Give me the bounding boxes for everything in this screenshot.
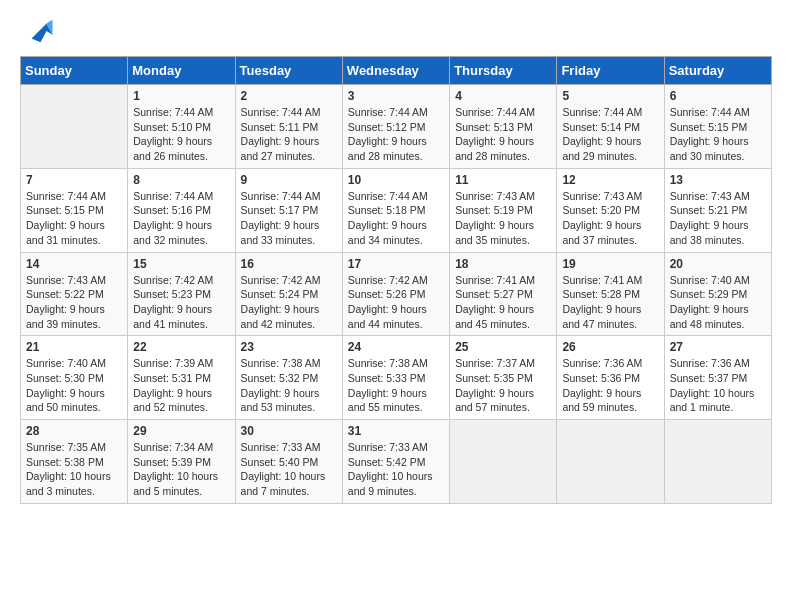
sunrise-text: Sunrise: 7:44 AM — [348, 190, 428, 202]
day-number: 25 — [455, 340, 551, 354]
sunset-text: Sunset: 5:21 PM — [670, 204, 748, 216]
week-row-2: 7Sunrise: 7:44 AMSunset: 5:15 PMDaylight… — [21, 168, 772, 252]
sunset-text: Sunset: 5:29 PM — [670, 288, 748, 300]
calendar-cell: 10Sunrise: 7:44 AMSunset: 5:18 PMDayligh… — [342, 168, 449, 252]
sunset-text: Sunset: 5:22 PM — [26, 288, 104, 300]
cell-content: Sunrise: 7:44 AMSunset: 5:15 PMDaylight:… — [26, 189, 122, 248]
daylight-text: Daylight: 10 hours and 1 minute. — [670, 387, 755, 414]
sunset-text: Sunset: 5:12 PM — [348, 121, 426, 133]
cell-content: Sunrise: 7:39 AMSunset: 5:31 PMDaylight:… — [133, 356, 229, 415]
cell-content: Sunrise: 7:41 AMSunset: 5:27 PMDaylight:… — [455, 273, 551, 332]
day-number: 14 — [26, 257, 122, 271]
calendar-cell: 30Sunrise: 7:33 AMSunset: 5:40 PMDayligh… — [235, 420, 342, 504]
daylight-text: Daylight: 9 hours and 28 minutes. — [348, 135, 427, 162]
calendar-cell: 20Sunrise: 7:40 AMSunset: 5:29 PMDayligh… — [664, 252, 771, 336]
day-number: 26 — [562, 340, 658, 354]
cell-content: Sunrise: 7:42 AMSunset: 5:26 PMDaylight:… — [348, 273, 444, 332]
daylight-text: Daylight: 9 hours and 42 minutes. — [241, 303, 320, 330]
cell-content: Sunrise: 7:40 AMSunset: 5:29 PMDaylight:… — [670, 273, 766, 332]
daylight-text: Daylight: 9 hours and 53 minutes. — [241, 387, 320, 414]
daylight-text: Daylight: 10 hours and 5 minutes. — [133, 470, 218, 497]
cell-content: Sunrise: 7:43 AMSunset: 5:20 PMDaylight:… — [562, 189, 658, 248]
day-number: 16 — [241, 257, 337, 271]
daylight-text: Daylight: 9 hours and 50 minutes. — [26, 387, 105, 414]
sunrise-text: Sunrise: 7:44 AM — [348, 106, 428, 118]
calendar-cell: 28Sunrise: 7:35 AMSunset: 5:38 PMDayligh… — [21, 420, 128, 504]
sunset-text: Sunset: 5:27 PM — [455, 288, 533, 300]
day-number: 8 — [133, 173, 229, 187]
day-number: 29 — [133, 424, 229, 438]
calendar-cell: 3Sunrise: 7:44 AMSunset: 5:12 PMDaylight… — [342, 85, 449, 169]
daylight-text: Daylight: 10 hours and 3 minutes. — [26, 470, 111, 497]
sunrise-text: Sunrise: 7:42 AM — [133, 274, 213, 286]
sunrise-text: Sunrise: 7:40 AM — [26, 357, 106, 369]
cell-content: Sunrise: 7:38 AMSunset: 5:32 PMDaylight:… — [241, 356, 337, 415]
cell-content: Sunrise: 7:44 AMSunset: 5:10 PMDaylight:… — [133, 105, 229, 164]
calendar-cell: 6Sunrise: 7:44 AMSunset: 5:15 PMDaylight… — [664, 85, 771, 169]
day-header-friday: Friday — [557, 57, 664, 85]
daylight-text: Daylight: 9 hours and 45 minutes. — [455, 303, 534, 330]
calendar-cell: 12Sunrise: 7:43 AMSunset: 5:20 PMDayligh… — [557, 168, 664, 252]
sunrise-text: Sunrise: 7:44 AM — [455, 106, 535, 118]
sunset-text: Sunset: 5:36 PM — [562, 372, 640, 384]
day-number: 9 — [241, 173, 337, 187]
daylight-text: Daylight: 10 hours and 7 minutes. — [241, 470, 326, 497]
sunset-text: Sunset: 5:14 PM — [562, 121, 640, 133]
calendar-cell: 21Sunrise: 7:40 AMSunset: 5:30 PMDayligh… — [21, 336, 128, 420]
cell-content: Sunrise: 7:33 AMSunset: 5:40 PMDaylight:… — [241, 440, 337, 499]
calendar-cell: 22Sunrise: 7:39 AMSunset: 5:31 PMDayligh… — [128, 336, 235, 420]
daylight-text: Daylight: 9 hours and 38 minutes. — [670, 219, 749, 246]
daylight-text: Daylight: 10 hours and 9 minutes. — [348, 470, 433, 497]
cell-content: Sunrise: 7:36 AMSunset: 5:36 PMDaylight:… — [562, 356, 658, 415]
calendar-cell: 25Sunrise: 7:37 AMSunset: 5:35 PMDayligh… — [450, 336, 557, 420]
day-number: 19 — [562, 257, 658, 271]
day-number: 12 — [562, 173, 658, 187]
sunset-text: Sunset: 5:39 PM — [133, 456, 211, 468]
sunrise-text: Sunrise: 7:38 AM — [241, 357, 321, 369]
calendar-cell: 27Sunrise: 7:36 AMSunset: 5:37 PMDayligh… — [664, 336, 771, 420]
day-number: 20 — [670, 257, 766, 271]
cell-content: Sunrise: 7:34 AMSunset: 5:39 PMDaylight:… — [133, 440, 229, 499]
week-row-1: 1Sunrise: 7:44 AMSunset: 5:10 PMDaylight… — [21, 85, 772, 169]
calendar-cell: 1Sunrise: 7:44 AMSunset: 5:10 PMDaylight… — [128, 85, 235, 169]
day-number: 22 — [133, 340, 229, 354]
sunrise-text: Sunrise: 7:44 AM — [241, 190, 321, 202]
daylight-text: Daylight: 9 hours and 28 minutes. — [455, 135, 534, 162]
day-header-thursday: Thursday — [450, 57, 557, 85]
daylight-text: Daylight: 9 hours and 57 minutes. — [455, 387, 534, 414]
sunrise-text: Sunrise: 7:41 AM — [562, 274, 642, 286]
calendar-body: 1Sunrise: 7:44 AMSunset: 5:10 PMDaylight… — [21, 85, 772, 504]
cell-content: Sunrise: 7:43 AMSunset: 5:22 PMDaylight:… — [26, 273, 122, 332]
sunrise-text: Sunrise: 7:44 AM — [670, 106, 750, 118]
day-number: 30 — [241, 424, 337, 438]
calendar-cell: 4Sunrise: 7:44 AMSunset: 5:13 PMDaylight… — [450, 85, 557, 169]
day-number: 4 — [455, 89, 551, 103]
cell-content: Sunrise: 7:44 AMSunset: 5:11 PMDaylight:… — [241, 105, 337, 164]
sunrise-text: Sunrise: 7:42 AM — [241, 274, 321, 286]
day-number: 15 — [133, 257, 229, 271]
page: SundayMondayTuesdayWednesdayThursdayFrid… — [0, 0, 792, 514]
sunset-text: Sunset: 5:19 PM — [455, 204, 533, 216]
header — [20, 16, 772, 46]
calendar-cell: 15Sunrise: 7:42 AMSunset: 5:23 PMDayligh… — [128, 252, 235, 336]
day-number: 1 — [133, 89, 229, 103]
cell-content: Sunrise: 7:40 AMSunset: 5:30 PMDaylight:… — [26, 356, 122, 415]
cell-content: Sunrise: 7:42 AMSunset: 5:24 PMDaylight:… — [241, 273, 337, 332]
sunset-text: Sunset: 5:17 PM — [241, 204, 319, 216]
sunset-text: Sunset: 5:42 PM — [348, 456, 426, 468]
sunset-text: Sunset: 5:33 PM — [348, 372, 426, 384]
sunrise-text: Sunrise: 7:44 AM — [133, 190, 213, 202]
days-of-week-row: SundayMondayTuesdayWednesdayThursdayFrid… — [21, 57, 772, 85]
sunrise-text: Sunrise: 7:36 AM — [562, 357, 642, 369]
sunrise-text: Sunrise: 7:43 AM — [670, 190, 750, 202]
sunset-text: Sunset: 5:20 PM — [562, 204, 640, 216]
day-number: 7 — [26, 173, 122, 187]
daylight-text: Daylight: 9 hours and 48 minutes. — [670, 303, 749, 330]
sunset-text: Sunset: 5:32 PM — [241, 372, 319, 384]
sunset-text: Sunset: 5:37 PM — [670, 372, 748, 384]
cell-content: Sunrise: 7:35 AMSunset: 5:38 PMDaylight:… — [26, 440, 122, 499]
calendar-cell — [450, 420, 557, 504]
week-row-5: 28Sunrise: 7:35 AMSunset: 5:38 PMDayligh… — [21, 420, 772, 504]
daylight-text: Daylight: 9 hours and 52 minutes. — [133, 387, 212, 414]
sunrise-text: Sunrise: 7:37 AM — [455, 357, 535, 369]
